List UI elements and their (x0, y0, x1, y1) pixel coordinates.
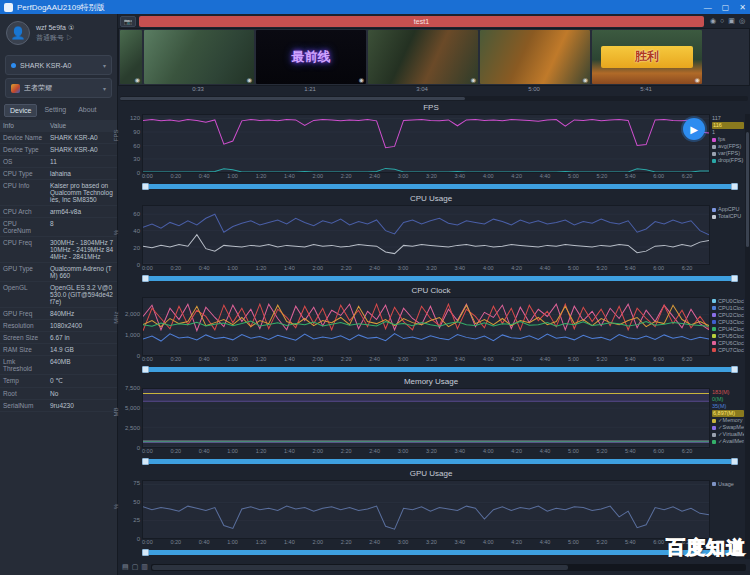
screenshot-thumb[interactable]: ◉ (368, 30, 478, 84)
camera-icon: ◉ (695, 76, 700, 83)
legend-item[interactable]: CPU7Clock (712, 347, 744, 354)
chart-range-scrollbar[interactable] (142, 548, 738, 557)
table-row: Temp0 ℃ (0, 375, 117, 388)
device-select[interactable]: SHARK KSR-A0 ▾ (5, 55, 112, 75)
bottom-icons: ▤▢▥ (122, 563, 148, 571)
play-button[interactable]: ▶ (683, 118, 705, 140)
charts-v-scrollbar[interactable] (745, 114, 750, 559)
tab-about[interactable]: About (73, 104, 101, 117)
legend-item[interactable]: ✓SwapMemory (712, 424, 744, 431)
stat-value: 183(M) (712, 389, 744, 396)
screenshot-time: 1:21 (255, 86, 365, 95)
legend-item[interactable]: AppCPU (712, 206, 744, 213)
minimize-button[interactable]: — (704, 3, 712, 12)
save-icon[interactable]: ◎ (739, 17, 745, 25)
chart-range-scrollbar[interactable] (142, 182, 738, 191)
chevron-down-icon: ▾ (103, 62, 106, 69)
view-toggle-icon[interactable]: ▢ (132, 563, 139, 571)
tab-device[interactable]: Device (4, 104, 37, 117)
legend-item[interactable]: Usage (712, 481, 744, 488)
watermark: 百度知道 (666, 535, 746, 561)
y-axis: %6040200 (118, 205, 142, 264)
table-row: Device TypeSHARK KSR-A0 (0, 144, 117, 156)
legend-item[interactable]: CPU6Clock (712, 340, 744, 347)
chart-legend: CPU0ClockCPU1ClockCPU2ClockCPU3ClockCPU4… (710, 297, 744, 356)
screenshot-time: 5:00 (479, 86, 589, 95)
pin-icon[interactable]: ◉ (710, 17, 716, 25)
tab-setting[interactable]: Setting (39, 104, 71, 117)
chart-title: Memory Usage (118, 377, 744, 388)
view-toggle-icon[interactable]: ▥ (141, 563, 148, 571)
view-toggle-icon[interactable]: ▤ (122, 563, 129, 571)
x-axis-labels: 0:000:200:401:001:201:402:002:202:403:00… (142, 265, 710, 273)
screenshot-time: 5:41 (591, 86, 701, 95)
legend-item[interactable]: avg(FPS) (712, 143, 744, 150)
legend-item[interactable]: drop(FPS) (712, 157, 744, 164)
screenshot-time: 3:04 (367, 86, 477, 95)
x-axis-labels: 0:000:200:401:001:201:402:002:202:403:00… (142, 356, 710, 364)
account-type: 普通账号 ▷ (36, 33, 74, 43)
table-row: GPU Freq840MHz (0, 308, 117, 320)
legend-item[interactable]: ✓AvailMemory (712, 438, 744, 445)
table-row: CPU Typelahaina (0, 168, 117, 180)
camera-icon: ◉ (135, 76, 140, 83)
camera-icon: ◉ (247, 76, 252, 83)
table-row: CPU Archarm64-v8a (0, 206, 117, 218)
chart-title: CPU Clock (118, 286, 744, 297)
table-row: RootNo (0, 388, 117, 400)
legend-item[interactable]: fps (712, 136, 744, 143)
user-name: wzf 5e9fa ① (36, 23, 74, 33)
legend-item[interactable]: CPU0Clock (712, 298, 744, 305)
screenshot-thumb[interactable]: 最前线◉ (256, 30, 366, 84)
gallery-scrollbar[interactable] (120, 96, 748, 101)
chart-legend: 183(M)0(M)35(M)6,897(M)✓Memory✓SwapMemor… (710, 388, 744, 447)
screenshot-time (119, 86, 141, 95)
sidebar: 👤 wzf 5e9fa ① 普通账号 ▷ SHARK KSR-A0 ▾ 王者荣耀… (0, 14, 118, 575)
main-area: 📷 test1 ◉○▣◎ ◉◉最前线◉◉◉胜利◉ 0:331:213:045:0… (118, 14, 750, 575)
chart-legend: AppCPUTotalCPU (710, 205, 744, 264)
device-status-icon (11, 63, 16, 68)
chart-memory: Memory UsageMB7,5005,0002,5000183(M)0(M)… (118, 376, 744, 467)
app-select-label: 王者荣耀 (24, 83, 99, 93)
chart-plot: ▶ (142, 114, 710, 173)
chart-range-scrollbar[interactable] (142, 274, 738, 283)
legend-item[interactable]: CPU4Clock (712, 326, 744, 333)
table-row: CPU Freq300MHz - 1804MHz 710MHz - 2419MH… (0, 237, 117, 263)
screenshot-thumb[interactable]: 胜利◉ (592, 30, 702, 84)
test-name-bar[interactable]: test1 (139, 16, 704, 27)
table-row: Resolution1080x2400 (0, 320, 117, 332)
legend-item[interactable]: ✓Memory (712, 417, 744, 424)
screenshot-thumb[interactable]: ◉ (480, 30, 590, 84)
chart-fps: FPSFPS1209060300▶1171161fpsavg(FPS)var(F… (118, 102, 744, 193)
screenshot-time: 0:33 (143, 86, 253, 95)
table-row: SerialNum9ru4230 (0, 400, 117, 412)
y-axis: FPS1209060300 (118, 114, 142, 173)
app-window: PerfDogAAU2109特别版 — ▢ ✕ 👤 wzf 5e9fa ① 普通… (0, 0, 750, 575)
legend-item[interactable]: CPU1Clock (712, 305, 744, 312)
close-button[interactable]: ✕ (739, 3, 746, 12)
chart-range-scrollbar[interactable] (142, 457, 738, 466)
legend-item[interactable]: CPU3Clock (712, 319, 744, 326)
legend-item[interactable]: CPU5Clock (712, 333, 744, 340)
screenshot-thumb[interactable]: ◉ (144, 30, 254, 84)
user-card[interactable]: 👤 wzf 5e9fa ① 普通账号 ▷ (0, 14, 117, 52)
maximize-button[interactable]: ▢ (722, 3, 730, 12)
chart-cpu: CPU Usage%6040200AppCPUTotalCPU0:000:200… (118, 193, 744, 284)
sidebar-tabs: DeviceSettingAbout (0, 98, 117, 120)
screenshot-times: 0:331:213:045:005:41 (118, 86, 750, 95)
legend-item[interactable]: var(FPS) (712, 150, 744, 157)
global-h-scrollbar[interactable] (151, 564, 746, 571)
chart-plot (142, 388, 710, 447)
screenshot-thumb[interactable]: ◉ (120, 30, 142, 84)
legend-item[interactable]: ✓VirtualMemory (712, 431, 744, 438)
chart-range-scrollbar[interactable] (142, 365, 738, 374)
bottom-bar: ▤▢▥ (118, 559, 750, 575)
table-row: CPU InfoKaiser pro based on Qualcomm Tec… (0, 180, 117, 206)
record-icon[interactable]: ○ (720, 17, 724, 25)
device-select-label: SHARK KSR-A0 (20, 62, 99, 69)
screenshot-button[interactable]: 📷 (120, 16, 136, 27)
folder-icon[interactable]: ▣ (728, 17, 735, 25)
legend-item[interactable]: CPU2Clock (712, 312, 744, 319)
app-select[interactable]: 王者荣耀 ▾ (5, 78, 112, 98)
legend-item[interactable]: TotalCPU (712, 213, 744, 220)
